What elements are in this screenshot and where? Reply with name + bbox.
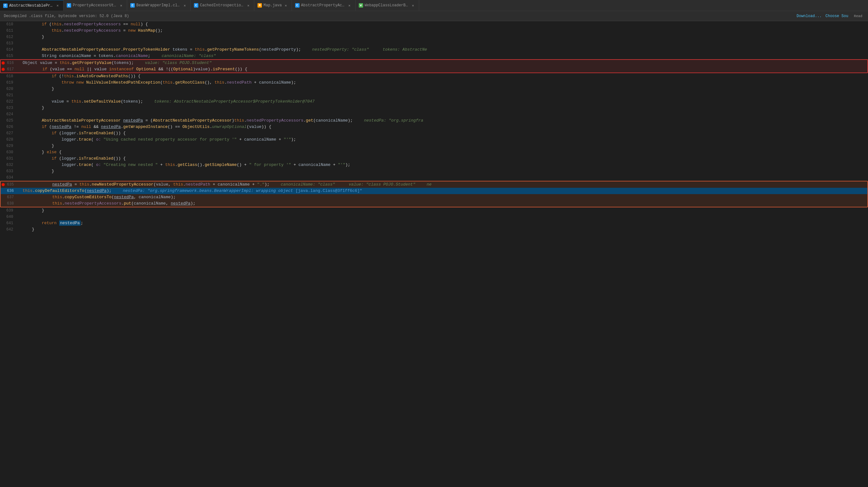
tab-icon-class: C (67, 3, 71, 8)
breakpoint-area[interactable] (1, 183, 6, 186)
line-gutter: 636 (1, 189, 20, 193)
code-line: if (!this.isAutoGrowNestedPaths()) { (20, 73, 868, 80)
breakpoint-area[interactable] (0, 208, 5, 213)
code-line: } (20, 168, 868, 174)
breakpoint-area[interactable] (0, 215, 5, 219)
line-number: 622 (6, 99, 17, 104)
tab-close-btn[interactable]: ✕ (182, 3, 187, 8)
line-number: 625 (6, 118, 17, 123)
tab-icon-class: C (130, 3, 135, 8)
breakpoint-area[interactable] (0, 227, 5, 232)
breakpoint-area[interactable] (1, 68, 6, 71)
tab-icon-class: W (359, 3, 363, 8)
breakpoint-area[interactable] (0, 41, 5, 46)
table-row: 642 } (0, 226, 868, 233)
breakpoint-area[interactable] (0, 118, 5, 123)
code-line: return nestedPa; (20, 220, 868, 226)
table-row: 639 } (0, 207, 868, 214)
breakpoint-area[interactable] (0, 150, 5, 154)
line-gutter: 619 (0, 80, 20, 85)
breakpoint-area[interactable] (0, 74, 5, 79)
line-number: 634 (6, 175, 17, 180)
breakpoint-area[interactable] (0, 28, 5, 33)
line-gutter: 624 (0, 112, 20, 117)
table-row: 615 String canonicalName = tokens.canoni… (0, 53, 868, 59)
highlight-block-orange: 635 nestedPa = this.newNestedPropertyAcc… (0, 181, 868, 207)
breakpoint-area[interactable] (0, 163, 5, 167)
choose-source-button[interactable]: Choose Sou (826, 14, 848, 18)
table-row: 640 (0, 214, 868, 220)
line-number: 612 (6, 35, 17, 39)
download-button[interactable]: Download... (797, 14, 822, 18)
code-line (20, 92, 868, 98)
line-gutter: 629 (0, 144, 20, 148)
tab-abstract-nestable[interactable]: C AbstractNestablePropertyAccessor.class… (0, 0, 64, 11)
line-number: 621 (6, 93, 17, 97)
breakpoint-area[interactable] (0, 54, 5, 58)
line-number: 611 (6, 28, 17, 33)
code-line: throw new NullValueInNestedPathException… (20, 80, 868, 86)
line-gutter: 634 (0, 175, 20, 180)
tab-close-btn[interactable]: ✕ (411, 3, 416, 8)
tab-close-btn[interactable]: ✕ (283, 3, 288, 8)
line-gutter: 635 (1, 182, 20, 187)
breakpoint-area[interactable] (0, 175, 5, 180)
highlight-block-red: 616 Object value = this.getPropertyValue… (0, 59, 868, 73)
tab-close-btn[interactable]: ✕ (246, 3, 251, 8)
tab-close-btn[interactable]: ✕ (119, 3, 124, 8)
line-number: 635 (7, 182, 18, 187)
line-gutter: 617 (1, 67, 20, 71)
breakpoint-area[interactable] (0, 87, 5, 91)
line-number: 627 (6, 131, 17, 136)
breakpoint-area[interactable] (1, 61, 6, 65)
line-number: 631 (6, 156, 17, 161)
code-scroll[interactable]: 610 if (this.nestedPropertyAccessors == … (0, 21, 868, 487)
tab-property-accessor-utils[interactable]: C PropertyAccessorUtils.class ✕ (64, 0, 127, 11)
tab-close-btn[interactable]: ✕ (347, 3, 352, 8)
tab-bar: C AbstractNestablePropertyAccessor.class… (0, 0, 868, 11)
tab-label: AbstractNestablePropertyAccessor.class (9, 3, 54, 8)
breakpoint-area[interactable] (0, 131, 5, 136)
breakpoint-area[interactable] (0, 22, 5, 27)
table-row: 634 (0, 174, 868, 181)
tab-cached-introspection[interactable]: C CachedIntrospectionResults.class ✕ (191, 0, 254, 11)
breakpoint-area[interactable] (0, 93, 5, 97)
breakpoint-area[interactable] (1, 201, 6, 206)
breakpoint-area[interactable] (0, 80, 5, 85)
breakpoint-area[interactable] (0, 137, 5, 142)
line-number: 628 (6, 137, 17, 142)
breakpoint-area[interactable] (0, 156, 5, 161)
line-number: 626 (6, 125, 17, 129)
line-number: 613 (6, 41, 17, 46)
breakpoint-area[interactable] (0, 112, 5, 117)
breakpoint-area[interactable] (0, 144, 5, 148)
breakpoint-area[interactable] (1, 195, 6, 199)
line-gutter: 633 (0, 169, 20, 174)
breakpoint-area[interactable] (1, 189, 6, 193)
code-line: String canonicalName = tokens.canonicalN… (20, 53, 868, 59)
breakpoint-area[interactable] (0, 106, 5, 110)
breakpoint-dot (2, 183, 5, 186)
tab-map-java[interactable]: M Map.java ✕ (254, 0, 292, 11)
breakpoint-area[interactable] (0, 221, 5, 225)
breakpoint-area[interactable] (0, 125, 5, 129)
tab-icon-class: C (295, 3, 300, 8)
table-row: 616 Object value = this.getPropertyValue… (1, 60, 867, 66)
code-line: if (logger.isTraceEnabled()) { (20, 155, 868, 162)
breakpoint-area[interactable] (0, 99, 5, 104)
tab-abstract-property-accessor[interactable]: C AbstractPropertyAccessor.class ✕ (292, 0, 355, 11)
breakpoint-area[interactable] (0, 48, 5, 52)
table-row: 610 if (this.nestedPropertyAccessors == … (0, 21, 868, 28)
tab-bean-wrapper-impl[interactable]: C BeanWrapperImpl.class ✕ (127, 0, 191, 11)
toolbar: Decompiled .class file, bytecode version… (0, 11, 868, 21)
table-row: 629 } (0, 143, 868, 149)
table-row: 617 if (value == null || value instanceo… (1, 66, 867, 73)
tab-close-btn[interactable]: ✕ (55, 3, 60, 8)
breakpoint-area[interactable] (0, 35, 5, 39)
breakpoint-area[interactable] (0, 169, 5, 174)
breakpoint-dot (2, 68, 5, 71)
line-gutter: 623 (0, 106, 20, 110)
table-row: 619 throw new NullValueInNestedPathExcep… (0, 80, 868, 86)
tab-webapp-classloader[interactable]: W WebappClassLoaderBase.class ✕ (355, 0, 419, 11)
tab-label: Map.java (264, 3, 282, 8)
